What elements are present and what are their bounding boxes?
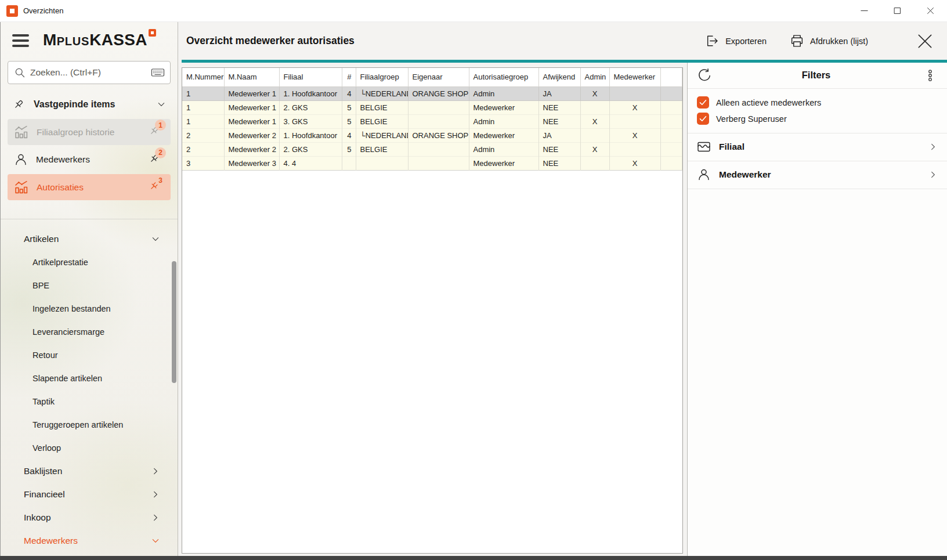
table-cell-admin: X: [580, 87, 609, 101]
table-cell-filiaalgroep: BELGIE: [356, 101, 408, 115]
unpin-icon[interactable]: 2: [148, 153, 160, 167]
sidebar-item-artikelprestatie[interactable]: Artikelprestatie: [1, 251, 178, 274]
sidebar-group-baklijsten[interactable]: Baklijsten: [1, 460, 178, 483]
column-header-filiaalgroep[interactable]: Filiaalgroep: [356, 68, 408, 87]
table-cell-filler: [660, 129, 682, 143]
table-cell-m_nummer: 1: [182, 115, 224, 129]
table-row[interactable]: 2Medewerker 22. GKS5BELGIEAdminNEEX: [182, 143, 682, 157]
table-cell-eigenaar: [408, 115, 469, 129]
column-header-filiaal[interactable]: Filiaal: [279, 68, 342, 87]
checkbox-checked[interactable]: [697, 113, 709, 125]
chevron-right-icon: [928, 142, 938, 151]
menu-item-label: Ingelezen bestanden: [32, 304, 111, 313]
sidebar-item-filiaalgroep-historie[interactable]: Filiaalgroep historie1: [8, 119, 171, 145]
table-row[interactable]: 1Medewerker 13. GKS5BELGIEAdminNEEX: [182, 115, 682, 129]
table-cell-medewerker: [609, 87, 660, 101]
brand-logo: MplusKASSA: [43, 30, 156, 51]
column-header-m_nummer[interactable]: M.Nummer: [182, 68, 224, 87]
table-cell-autorisatiegroep: Admin: [469, 143, 538, 157]
table-cell-autorisatiegroep: Medewerker: [469, 157, 538, 171]
sidebar-item-teruggeroepen-artikelen[interactable]: Teruggeroepen artikelen: [1, 413, 178, 436]
maximize-icon: [892, 6, 902, 16]
sidebar-group-medewerkers[interactable]: Medewerkers: [1, 529, 178, 552]
sidebar-item-taptik[interactable]: Taptik: [1, 390, 178, 413]
pinned-items-label: Vastgepinde items: [34, 99, 147, 110]
export-button[interactable]: Exporteren: [705, 34, 767, 48]
sidebar-item-label: Medewerkers: [36, 154, 140, 165]
menu-item-label: Baklijsten: [24, 466, 151, 476]
checkbox-checked[interactable]: [697, 96, 709, 109]
person-icon: [697, 168, 711, 182]
sidebar-scrollbar[interactable]: [172, 261, 176, 383]
chevron-right-icon: [151, 513, 160, 522]
pin-order-badge: 1: [155, 120, 166, 131]
table-cell-autorisatiegroep: Admin: [469, 87, 538, 101]
filter-section-filiaal[interactable]: Filiaal: [688, 133, 947, 161]
menu-item-label: Retour: [32, 351, 58, 360]
table-cell-m_nummer: 3: [182, 157, 224, 171]
table-cell-m_naam: Medewerker 3: [224, 157, 279, 171]
maximize-button[interactable]: [881, 0, 914, 21]
table-row[interactable]: 1Medewerker 11. Hoofdkantoor4└NEDERLANDO…: [182, 87, 682, 101]
table-cell-filiaalgroep: [356, 157, 408, 171]
close-view-button[interactable]: [916, 32, 934, 50]
unpin-icon[interactable]: 3: [148, 180, 160, 194]
print-button[interactable]: Afdrukken (lijst): [790, 34, 868, 48]
hamburger-menu-button[interactable]: [12, 34, 29, 47]
app-window: { "window": { "title": "Overzichten" }, …: [0, 0, 947, 560]
table-cell-filiaal: 1. Hoofdkantoor: [279, 87, 342, 101]
table-cell-admin: [580, 157, 609, 171]
column-header-afwijkend[interactable]: Afwijkend: [538, 68, 580, 87]
table-row[interactable]: 2Medewerker 21. Hoofdkantoor4└NEDERLANDO…: [182, 129, 682, 143]
table-cell-filler: [660, 87, 682, 101]
chart-icon: [14, 125, 28, 139]
sidebar-item-autorisaties[interactable]: Autorisaties3: [8, 174, 171, 200]
minimize-button[interactable]: [848, 0, 881, 21]
table-cell-medewerker: [609, 115, 660, 129]
pin-order-badge: 3: [155, 175, 166, 186]
filter-section-medewerker[interactable]: Medewerker: [688, 161, 947, 189]
column-header-nr[interactable]: #: [342, 68, 356, 87]
sidebar-item-label: Filiaalgroep historie: [37, 127, 140, 138]
sidebar-item-slapende-artikelen[interactable]: Slapende artikelen: [1, 367, 178, 390]
column-header-medewerker[interactable]: Medewerker: [609, 68, 660, 87]
menu-item-label: Leveranciersmarge: [32, 327, 104, 337]
refresh-filters-icon[interactable]: [697, 68, 712, 83]
table-row[interactable]: 3Medewerker 34. 4MedewerkerNEEX: [182, 157, 682, 171]
minimize-icon: [859, 6, 869, 16]
table-cell-filiaal: 4. 4: [279, 157, 342, 171]
table-cell-admin: X: [580, 143, 609, 157]
chevron-right-icon: [928, 170, 938, 179]
column-header-autorisatiegroep[interactable]: Autorisatiegroep: [469, 68, 538, 87]
table-cell-filiaalgroep: └NEDERLAND: [356, 129, 408, 143]
column-header-eigenaar[interactable]: Eigenaar: [408, 68, 469, 87]
column-header-m_naam[interactable]: M.Naam: [224, 68, 279, 87]
table-cell-medewerker: X: [609, 129, 660, 143]
unpin-icon[interactable]: 1: [148, 125, 160, 139]
column-header-admin[interactable]: Admin: [580, 68, 609, 87]
sidebar-item-retour[interactable]: Retour: [1, 344, 178, 367]
sidebar-menu: ArtikelenArtikelprestatieBPEIngelezen be…: [1, 219, 178, 552]
sidebar-group-financieel[interactable]: Financieel: [1, 483, 178, 506]
table-cell-admin: [580, 101, 609, 115]
keyboard-icon[interactable]: [151, 66, 165, 80]
menu-item-label: Slapende artikelen: [32, 374, 102, 383]
menu-item-label: Inkoop: [24, 512, 151, 523]
sidebar-group-inkoop[interactable]: Inkoop: [1, 506, 178, 529]
sidebar-group-artikelen[interactable]: Artikelen: [1, 227, 178, 251]
search-input[interactable]: [30, 67, 146, 78]
table-cell-afwijkend: JA: [538, 129, 580, 143]
kebab-menu-icon[interactable]: [920, 68, 940, 83]
table-cell-filiaalgroep: BELGIE: [356, 143, 408, 157]
filter-checkbox-alleen-actieve-medewerkers[interactable]: Alleen actieve medewerkers: [688, 95, 947, 111]
sidebar-item-ingelezen-bestanden[interactable]: Ingelezen bestanden: [1, 297, 178, 320]
table-row[interactable]: 1Medewerker 12. GKS5BELGIEMedewerkerNEEX: [182, 101, 682, 115]
close-window-button[interactable]: [914, 0, 947, 21]
pinned-items-header[interactable]: Vastgepinde items: [12, 95, 166, 114]
sidebar-item-bpe[interactable]: BPE: [1, 274, 178, 297]
filter-checkbox-verberg-superuser[interactable]: Verberg Superuser: [688, 111, 947, 127]
sidebar-item-medewerkers[interactable]: Medewerkers2: [8, 147, 171, 173]
chevron-right-icon: [151, 490, 160, 499]
sidebar-item-verloop[interactable]: Verloop: [1, 436, 178, 460]
sidebar-item-leveranciersmarge[interactable]: Leveranciersmarge: [1, 320, 178, 344]
